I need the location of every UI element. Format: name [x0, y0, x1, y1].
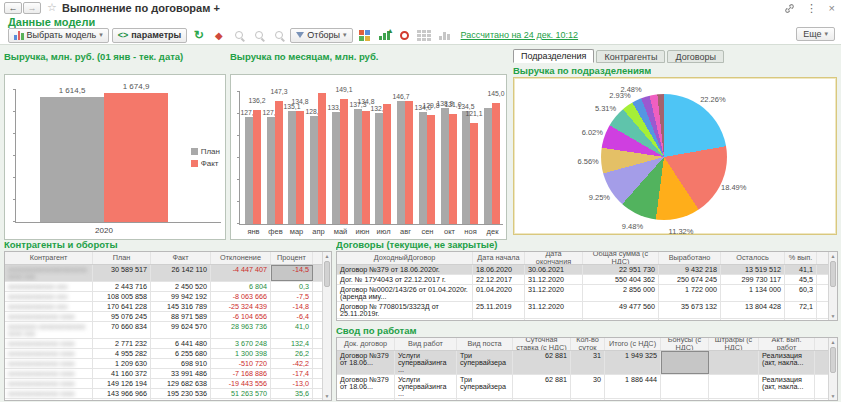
column-header[interactable]: Факт — [151, 252, 211, 264]
scroll-up-arrow[interactable]: ▲ — [323, 252, 331, 260]
more-button[interactable]: Еще ▾ — [796, 27, 835, 41]
bar-Факт[interactable] — [405, 101, 413, 224]
scroll-up-arrow[interactable]: ▲ — [829, 252, 837, 260]
table-row[interactable]: Договор №379 от 18.06...Услуги супервайз… — [337, 375, 837, 399]
column-header[interactable]: Общая сумма (с НДС) — [583, 252, 659, 264]
month-group[interactable]: 146,7авг — [397, 90, 414, 224]
bar-План[interactable] — [40, 97, 104, 222]
month-group[interactable]: 137,3134,8июн — [354, 90, 371, 224]
column-header[interactable]: Выработано — [659, 252, 721, 264]
column-header[interactable]: Суточная ставка (с НДС) — [513, 338, 571, 350]
bar-План[interactable] — [419, 112, 427, 224]
bar-План[interactable] — [375, 113, 383, 224]
table-row[interactable]: xxxxxxxxxxxxx xxx170 641 228145 316 789-… — [5, 302, 331, 312]
bar-Факт[interactable] — [362, 111, 370, 224]
column-header[interactable]: Итого (с НДС) — [605, 338, 661, 350]
revenue-monthly-chart[interactable]: 127,5136,2янв127,2147,3фев135,1134,8мар1… — [230, 74, 507, 240]
table-row[interactable]: Договор №379 от 18.06.2020г.18.06.202030… — [337, 265, 837, 275]
bar-План[interactable] — [354, 109, 362, 224]
bar-Факт[interactable] — [427, 115, 435, 224]
column-header[interactable]: Отклонение — [211, 252, 271, 264]
tab-Договоры[interactable]: Договоры — [667, 50, 723, 63]
month-group[interactable]: 134,5121,1ноя — [462, 90, 479, 224]
back-button[interactable]: ← — [4, 2, 22, 14]
month-group[interactable]: 128,8апр — [310, 90, 327, 224]
bar-Факт[interactable] — [318, 93, 326, 224]
record-icon[interactable] — [396, 28, 413, 43]
column-header[interactable]: ДоходныйДоговор — [337, 252, 473, 264]
table-row[interactable]: xxxxxxxxxxxxxxxxxxxxxxxxxx xxx30 589 517… — [5, 265, 331, 282]
bar-План[interactable] — [310, 116, 318, 224]
tab-Подразделения[interactable]: Подразделения — [513, 49, 594, 63]
column-header[interactable]: Процент — [271, 252, 313, 264]
revenue-pie-chart[interactable] — [601, 94, 727, 220]
refresh-icon[interactable]: ↻ — [190, 28, 207, 43]
calculated-at-link[interactable]: Рассчитано на 24 дек. 10:12 — [461, 30, 579, 40]
parameters-button[interactable]: <> параметры — [112, 28, 188, 43]
bar-Факт[interactable] — [296, 111, 304, 224]
bar-Факт[interactable] — [253, 110, 261, 224]
month-group[interactable]: 127,5136,2янв — [245, 90, 262, 224]
select-model-button[interactable]: Выбрать модель ▾ — [8, 28, 109, 43]
column-header[interactable]: Контрагент — [5, 252, 93, 264]
bar-Факт[interactable] — [492, 103, 500, 224]
table-row[interactable]: xxxxxxxxxxxxx xxx2 443 7162 450 5206 804… — [5, 282, 331, 292]
bar-План[interactable] — [462, 111, 470, 224]
favorite-star-icon[interactable]: ☆ — [47, 1, 57, 14]
table-row[interactable]: xxxxxxxxxxxxxx xxxx1 209 630698 910-510 … — [5, 359, 331, 369]
scroll-down-arrow[interactable]: ▼ — [323, 392, 331, 400]
table-row[interactable]: xxxxxxxxxxxxxx xxxx149 126 194129 682 63… — [5, 379, 331, 389]
scroll-thumb[interactable] — [830, 261, 836, 287]
column-header[interactable]: Док. договор — [337, 338, 395, 350]
more-menu-icon[interactable]: ⋮ — [806, 2, 817, 15]
table-row[interactable]: Договор № 7708015/3323Д от 25.11.2019г.2… — [337, 302, 837, 319]
column-header[interactable]: Осталось — [721, 252, 785, 264]
table-row[interactable]: xxxxxxxxxxxxxx xxxx4 955 2826 255 6801 3… — [5, 349, 331, 359]
bar-Факт[interactable] — [275, 101, 283, 224]
table-row[interactable]: Договор №379 от 18.06...Услуги супервайз… — [337, 399, 837, 401]
table-row[interactable]: Договор №0002/143/26 от 01.04.2020г. (ар… — [337, 285, 837, 302]
month-group[interactable]: 127,2147,3фев — [267, 90, 284, 224]
month-group[interactable]: 133,4149,1май — [332, 90, 349, 224]
bar-План[interactable] — [397, 101, 405, 224]
vertical-scrollbar[interactable]: ▲▼ — [828, 338, 837, 400]
filters-button[interactable]: Отборы ▾ — [290, 28, 352, 43]
scroll-thumb[interactable] — [324, 261, 330, 287]
column-header[interactable]: % вып. — [785, 252, 817, 264]
bar-План[interactable] — [267, 117, 275, 224]
tab-Контрагенты[interactable]: Контрагенты — [596, 50, 665, 63]
month-group[interactable]: 138,9131,0окт — [441, 90, 458, 224]
column-header[interactable]: Дата начала — [473, 252, 525, 264]
table-row[interactable]: xxxxxxxxxxxxxx xxxx95 076 24588 971 589-… — [5, 312, 331, 322]
bar-Факт[interactable] — [449, 114, 457, 224]
link-icon[interactable] — [784, 3, 795, 16]
table-row[interactable]: Договор №379 от 18.06...Услуги супервайз… — [337, 351, 837, 375]
column-header[interactable]: План — [93, 252, 151, 264]
table-row[interactable]: xxxxxxxxxxxxxx xxxx2 771 2326 441 4803 6… — [5, 339, 331, 349]
table-row[interactable]: xxxxxxxxx xxxx2 162 4002 866 200703 8003… — [5, 399, 331, 401]
bar-Факт[interactable] — [383, 104, 391, 224]
close-icon[interactable]: × — [829, 2, 835, 14]
column-header[interactable]: Вид работ — [395, 338, 457, 350]
column-header[interactable]: Штрафы (с НДС) — [709, 338, 759, 350]
month-group[interactable]: 134,0129,8сен — [419, 90, 436, 224]
column-header[interactable]: Кол-во суток — [571, 338, 605, 350]
column-header[interactable]: Дата окончания — [525, 252, 583, 264]
forward-button[interactable]: → — [23, 2, 41, 14]
month-group[interactable]: 135,1134,8мар — [288, 90, 305, 224]
bar-План[interactable] — [441, 108, 449, 224]
table-row[interactable]: xxxxxxxxxxxxxx xxxx41 160 37233 991 486-… — [5, 369, 331, 379]
bar-План[interactable] — [245, 117, 253, 224]
bar-План[interactable] — [288, 111, 296, 224]
scroll-thumb[interactable] — [830, 347, 836, 373]
revenue-total-chart[interactable]: 1 614,51 674,92020ПланФакт — [4, 74, 226, 240]
scroll-down-arrow[interactable]: ▼ — [829, 312, 837, 320]
table-row[interactable]: xxxxxxxxxxxxxx xxxx143 966 966195 230 53… — [5, 389, 331, 399]
table-row[interactable]: xxxxxxxx xxxxxxxxxxxxxxxxx xxx70 660 834… — [5, 322, 331, 339]
vertical-scrollbar[interactable]: ▲▼ — [322, 252, 331, 400]
scroll-up-arrow[interactable]: ▲ — [829, 338, 837, 346]
month-group[interactable]: 145,0дек — [484, 90, 501, 224]
month-group[interactable]: 132,1июл — [375, 90, 392, 224]
column-header[interactable]: Акт. вып. работ — [759, 338, 815, 350]
table-row[interactable]: xxxxxxxxxxxxx xxx108 005 85899 942 192-8… — [5, 292, 331, 302]
